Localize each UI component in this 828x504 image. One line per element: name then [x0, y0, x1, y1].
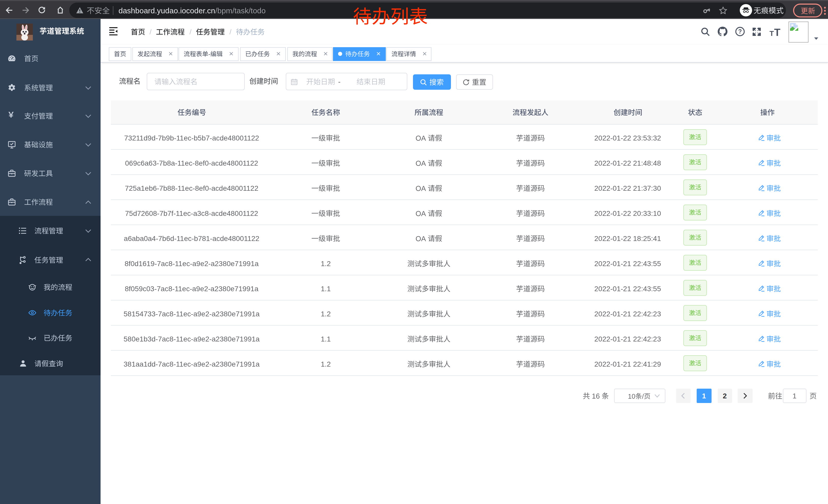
svg-text:T: T: [774, 27, 780, 36]
svg-text:?: ?: [738, 28, 742, 35]
svg-text:T: T: [770, 30, 774, 36]
